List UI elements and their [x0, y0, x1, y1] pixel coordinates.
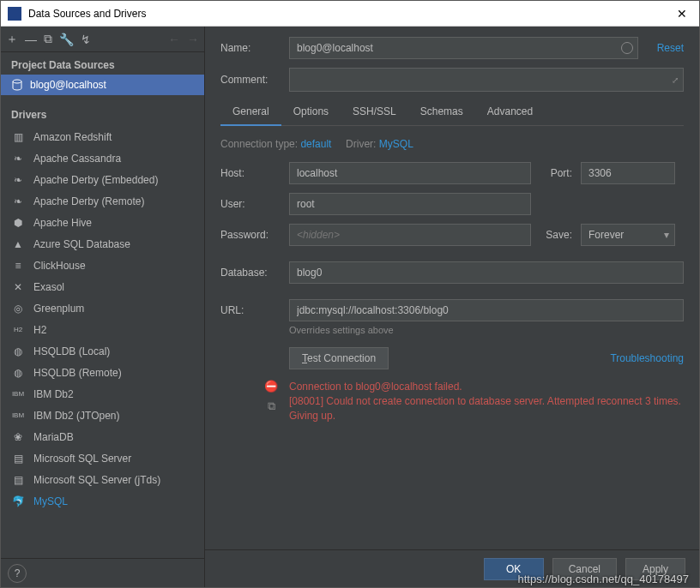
- copy-error-icon[interactable]: ⧉: [268, 399, 275, 413]
- driver-item-microsoft-sql-server[interactable]: ▤Microsoft SQL Server: [1, 447, 204, 469]
- color-circle-icon[interactable]: [621, 42, 633, 54]
- driver-item-apache-hive[interactable]: ⬢Apache Hive: [1, 212, 204, 233]
- tab-general[interactable]: General: [220, 100, 281, 126]
- sidebar: ＋ — ⧉ 🔧 ↯ ← → Project Data Sources blog0…: [1, 27, 205, 587]
- driver-label: MySQL: [33, 495, 68, 507]
- user-label: User:: [220, 198, 281, 210]
- driver-label: IBM Db2: [33, 388, 74, 400]
- driver-label: Microsoft SQL Server (jTds): [33, 474, 160, 486]
- driver-item-greenplum[interactable]: ◎Greenplum: [1, 297, 204, 319]
- leaf-icon: ❧: [11, 173, 25, 187]
- wrench-icon[interactable]: 🔧: [59, 33, 74, 46]
- error-icon: ⛔: [264, 380, 278, 393]
- hsql-icon: ◍: [11, 345, 25, 358]
- troubleshooting-link[interactable]: Troubleshooting: [610, 352, 684, 364]
- ibm-icon: IBM: [11, 387, 25, 401]
- driver-item-hsqldb-local-[interactable]: ◍HSQLDB (Local): [1, 340, 204, 362]
- driver-item-apache-derby-embedded-[interactable]: ❧Apache Derby (Embedded): [1, 169, 204, 190]
- driver-label: ClickHouse: [33, 260, 86, 272]
- driver-item-exasol[interactable]: ✕Exasol: [1, 276, 204, 297]
- driver-item-ibm-db2-jtopen-[interactable]: IBMIBM Db2 (JTOpen): [1, 405, 204, 426]
- datasource-label: blog0@localhost: [30, 79, 106, 91]
- port-input[interactable]: [581, 162, 675, 184]
- project-datasources-header: Project Data Sources: [1, 52, 204, 75]
- driver-label: Apache Derby (Remote): [33, 195, 144, 207]
- tab-options[interactable]: Options: [281, 100, 341, 125]
- refresh-icon[interactable]: ↯: [81, 33, 91, 46]
- driver-item-mariadb[interactable]: ❀MariaDB: [1, 426, 204, 447]
- test-connection-button[interactable]: Test Connection: [289, 347, 389, 369]
- hsql-icon: ◍: [11, 366, 25, 380]
- tab-ssh-ssl[interactable]: SSH/SSL: [341, 100, 408, 125]
- driver-label: MariaDB: [33, 431, 74, 443]
- help-button[interactable]: ?: [8, 564, 27, 583]
- apply-button[interactable]: Apply: [625, 558, 685, 580]
- forward-icon[interactable]: →: [187, 33, 199, 46]
- app-icon: [8, 7, 21, 21]
- copy-icon[interactable]: ⧉: [44, 32, 52, 46]
- reset-link[interactable]: Reset: [657, 42, 684, 54]
- driver-label: Greenplum: [33, 303, 84, 315]
- leaf-icon: ❧: [11, 195, 25, 208]
- x-icon: ✕: [11, 280, 25, 294]
- password-input[interactable]: [289, 224, 531, 246]
- circle-icon: ◎: [11, 302, 25, 315]
- connection-type-link[interactable]: default: [300, 138, 331, 150]
- mssql-icon: ▤: [11, 473, 25, 487]
- back-icon[interactable]: ←: [168, 33, 180, 46]
- user-input[interactable]: [289, 193, 531, 215]
- name-input[interactable]: [289, 37, 638, 59]
- dialog-footer: OK Cancel Apply https://blog.csdn.net/qq…: [205, 549, 699, 587]
- window-title: Data Sources and Drivers: [28, 8, 672, 20]
- titlebar: Data Sources and Drivers ✕: [1, 1, 699, 27]
- driver-item-microsoft-sql-server-jtds-[interactable]: ▤Microsoft SQL Server (jTds): [1, 469, 204, 490]
- expand-icon[interactable]: ⤢: [672, 75, 679, 85]
- close-icon[interactable]: ✕: [672, 7, 692, 21]
- h2-icon: H2: [11, 323, 25, 337]
- save-label: Save:: [540, 229, 572, 241]
- tab-advanced[interactable]: Advanced: [475, 100, 545, 125]
- url-input[interactable]: [289, 299, 684, 321]
- datasource-item[interactable]: blog0@localhost: [1, 75, 204, 95]
- driver-label: HSQLDB (Local): [33, 345, 110, 357]
- driver-label: Exasol: [33, 281, 64, 293]
- db-icon: ▥: [11, 130, 25, 144]
- host-input[interactable]: [289, 162, 531, 184]
- driver-item-azure-sql-database[interactable]: ▲Azure SQL Database: [1, 233, 204, 255]
- driver-label: Amazon Redshift: [33, 131, 112, 143]
- comment-input[interactable]: [289, 68, 684, 92]
- dialog-window: Data Sources and Drivers ✕ ＋ — ⧉ 🔧 ↯ ← →…: [0, 0, 700, 588]
- password-label: Password:: [220, 229, 281, 241]
- tabs: GeneralOptionsSSH/SSLSchemasAdvanced: [220, 100, 684, 126]
- driver-link[interactable]: MySQL: [379, 138, 413, 150]
- url-label: URL:: [220, 304, 281, 316]
- driver-item-amazon-redshift[interactable]: ▥Amazon Redshift: [1, 126, 204, 147]
- mssql-icon: ▤: [11, 452, 25, 465]
- ok-button[interactable]: OK: [484, 558, 544, 580]
- tab-schemas[interactable]: Schemas: [408, 100, 475, 125]
- driver-item-hsqldb-remote-[interactable]: ◍HSQLDB (Remote): [1, 362, 204, 383]
- cancel-button[interactable]: Cancel: [552, 558, 617, 580]
- driver-item-ibm-db2[interactable]: IBMIBM Db2: [1, 383, 204, 405]
- driver-item-h2[interactable]: H2H2: [1, 319, 204, 340]
- host-label: Host:: [220, 167, 281, 179]
- ibm-icon: IBM: [11, 409, 25, 423]
- driver-item-clickhouse[interactable]: ≡ClickHouse: [1, 255, 204, 276]
- driver-label: HSQLDB (Remote): [33, 367, 122, 379]
- leaf-icon: ❧: [11, 152, 25, 165]
- remove-icon[interactable]: —: [25, 33, 37, 46]
- driver-item-apache-cassandra[interactable]: ❧Apache Cassandra: [1, 147, 204, 169]
- maria-icon: ❀: [11, 430, 25, 444]
- help-row: ?: [1, 558, 204, 587]
- mysql-icon: 🐬: [11, 495, 25, 508]
- error-text: Connection to blog0@localhost failed. [0…: [289, 380, 684, 423]
- drivers-list: ▥Amazon Redshift❧Apache Cassandra❧Apache…: [1, 126, 204, 558]
- driver-item-apache-derby-remote-[interactable]: ❧Apache Derby (Remote): [1, 190, 204, 212]
- bars-icon: ≡: [11, 259, 25, 273]
- add-icon[interactable]: ＋: [6, 32, 18, 47]
- driver-label: Apache Hive: [33, 217, 92, 229]
- main-body: Name: Reset Comment: ⤢ GeneralOptionsSSH…: [205, 27, 699, 549]
- database-input[interactable]: [289, 261, 684, 284]
- driver-item-mysql[interactable]: 🐬MySQL: [1, 490, 204, 512]
- save-select[interactable]: Forever: [581, 224, 675, 246]
